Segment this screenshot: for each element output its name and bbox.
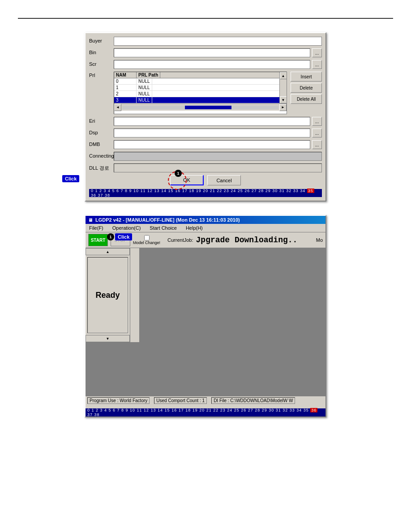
- current-job-label: CurrentJob:: [167, 237, 193, 243]
- prl-scroll-thumb-h: [185, 106, 232, 109]
- insert-button[interactable]: Insert: [291, 72, 322, 82]
- page-container: Buyer Bin C:\DOWNLOAD\ModelW WNEUW AT-DC…: [0, 0, 411, 426]
- cancel-button[interactable]: Cancel: [207, 175, 241, 185]
- dll-row: DLL 경로 C:\DOWNLOAD\ModelW W 11D216.dll: [89, 163, 322, 172]
- dsp-dots-button[interactable]: ...: [312, 129, 322, 137]
- delete-button[interactable]: Delete: [291, 83, 322, 93]
- eri-input[interactable]: NULL: [114, 117, 310, 126]
- mo-label: Mo: [316, 237, 323, 243]
- circle-number-2: 1: [107, 233, 114, 240]
- number-strip-text: 0 1 2 3 4 5 6 7 8 9 10 11 12 13 14 15 16…: [91, 189, 320, 197]
- table-row: 0 NULL: [114, 78, 279, 85]
- left-section: ▲ Ready ▼: [86, 248, 139, 342]
- click-badge-2: Click: [115, 233, 132, 240]
- menu-operation[interactable]: Operation(C): [111, 225, 143, 231]
- prl-cell-num: 2: [114, 91, 137, 97]
- prl-header: NAM PRL Path: [114, 72, 279, 78]
- dsp-input[interactable]: NULL: [114, 129, 310, 137]
- status-comport: Used Comport Count : 1: [154, 397, 207, 404]
- menu-file[interactable]: File(F): [87, 225, 105, 231]
- highlight-35: 35: [307, 189, 314, 193]
- left-panel: ▲ Ready ▼: [86, 248, 130, 342]
- dmb-input[interactable]: NULL: [114, 140, 310, 149]
- model-change-checkbox[interactable]: [144, 235, 150, 240]
- status-bar: Program Use : World Factory Used Comport…: [86, 396, 325, 405]
- prl-col-nam: NAM: [114, 72, 137, 78]
- dmb-dots-button[interactable]: ...: [312, 140, 322, 149]
- dll-control: C:\DOWNLOAD\ModelW W 11D216.dll: [114, 163, 322, 172]
- scroll-down-left[interactable]: ▼: [86, 335, 130, 342]
- lgdp2-window: 🖥 LGDP2 v42 - [MANUAL/OFF-LINE] (Mon Dec…: [85, 215, 326, 417]
- scroll-up-left[interactable]: ▲: [86, 248, 130, 255]
- connecting-control: [114, 152, 322, 161]
- eri-dots-button[interactable]: ...: [312, 117, 322, 126]
- ready-area: Ready: [87, 257, 128, 333]
- buyer-dropdown-wrapper: [114, 37, 322, 46]
- menu-help[interactable]: Help(H): [184, 225, 205, 231]
- number-strip-text-2: 0 1 2 3 4 5 6 7 8 9 10 11 12 13 14 15 16…: [87, 408, 324, 417]
- current-job-value: Jpgrade Downloading..: [196, 236, 313, 245]
- connecting-progress-bar: [114, 152, 322, 161]
- status-dl-file: DI File : C:\WDDOWNLOAD\ModelW W: [211, 397, 295, 404]
- model-change-area: Model Change!: [133, 235, 160, 245]
- menu-start-choice[interactable]: Start Choice: [148, 225, 179, 231]
- ok-button-wrapper: 1 OK: [170, 175, 204, 185]
- prl-cell-path: NULL: [137, 97, 152, 103]
- buttons-row: Click 1 OK Cancel: [89, 175, 322, 185]
- prl-table-wrapper: NAM PRL Path 0 NULL 1 NULL: [114, 72, 287, 103]
- bin-control: C:\DOWNLOAD\ModelW WNEUW AT-DC-V10a-NEU-…: [114, 48, 322, 57]
- scr-row: Scr ...: [89, 60, 322, 69]
- right-panel: [139, 248, 325, 342]
- scroll-up-arrow[interactable]: ▲: [280, 72, 287, 79]
- bottom-gray-area: [86, 342, 325, 396]
- start-button[interactable]: START: [88, 234, 108, 246]
- highlight-36: 36: [310, 408, 317, 412]
- table-row: 1 NULL: [114, 85, 279, 91]
- dmb-label: DMB: [89, 140, 114, 147]
- toolbar-wrapper: 1 Click START STOP Model Change! Current…: [86, 232, 325, 248]
- connecting-label: Connecting: [89, 152, 114, 159]
- scroll-left-arrow[interactable]: ◄: [114, 104, 121, 111]
- dmb-row: DMB NULL ...: [89, 140, 322, 149]
- number-strip-1: 0 1 2 3 4 5 6 7 8 9 10 11 12 13 14 15 16…: [89, 189, 322, 197]
- title-bar: 🖥 LGDP2 v42 - [MANUAL/OFF-LINE] (Mon Dec…: [86, 216, 325, 224]
- eri-row: Eri NULL ...: [89, 117, 322, 126]
- click-annotation-2: 1 Click: [107, 233, 132, 240]
- prl-col-path: PRL Path: [137, 72, 160, 78]
- scr-input[interactable]: [114, 60, 310, 69]
- dll-input: C:\DOWNLOAD\ModelW W 11D216.dll: [114, 163, 322, 172]
- prl-row: Prl NAM PRL Path 0 NULL: [89, 72, 322, 114]
- panel2-wrapper: 🖥 LGDP2 v42 - [MANUAL/OFF-LINE] (Mon Dec…: [0, 215, 411, 417]
- menu-bar: File(F) Operation(C) Start Choice Help(H…: [86, 224, 325, 232]
- scr-dots-button[interactable]: ...: [312, 60, 322, 69]
- prl-scrollbar-h: ◄ ►: [114, 103, 287, 111]
- main-content-area: ▲ Ready ▼: [86, 248, 325, 342]
- scr-control: ...: [114, 60, 322, 69]
- bin-row: Bin C:\DOWNLOAD\ModelW WNEUW AT-DC-V10a-…: [89, 48, 322, 57]
- circle-number-1: 1: [175, 170, 182, 177]
- scroll-down-arrow[interactable]: ▼: [280, 96, 287, 103]
- left-section-inner: ▲ Ready ▼: [86, 248, 139, 342]
- status-program-use: Program Use : World Factory: [87, 397, 150, 404]
- bin-input[interactable]: C:\DOWNLOAD\ModelW WNEUW AT-DC-V10a-NEU-…: [114, 48, 310, 57]
- click-badge-1: Click: [62, 175, 79, 182]
- bin-dots-button[interactable]: ...: [312, 48, 322, 57]
- bin-label: Bin: [89, 48, 114, 55]
- prl-cell-path: NULL: [137, 78, 152, 84]
- prl-cell-num: 0: [114, 78, 137, 84]
- top-divider: [18, 18, 393, 19]
- scroll-right-arrow[interactable]: ►: [279, 104, 287, 111]
- app-icon: 🖥: [88, 218, 93, 223]
- model-change-label: Model Change!: [133, 240, 160, 245]
- dll-label: DLL 경로: [89, 163, 114, 172]
- buyer-dropdown[interactable]: [114, 37, 322, 46]
- prl-table-area: NAM PRL Path 0 NULL 1 NULL: [114, 72, 287, 114]
- delete-all-button[interactable]: Delete All: [291, 94, 322, 104]
- ok-cancel-buttons: 1 OK Cancel: [170, 175, 241, 185]
- prl-label: Prl: [89, 72, 114, 78]
- prl-cell-path: NULL: [137, 85, 152, 90]
- dsp-control: NULL ...: [114, 129, 322, 137]
- prl-cell-num: 3: [114, 97, 137, 103]
- click-annotation-1: Click: [62, 175, 79, 182]
- panel1-wrapper: Buyer Bin C:\DOWNLOAD\ModelW WNEUW AT-DC…: [0, 32, 411, 202]
